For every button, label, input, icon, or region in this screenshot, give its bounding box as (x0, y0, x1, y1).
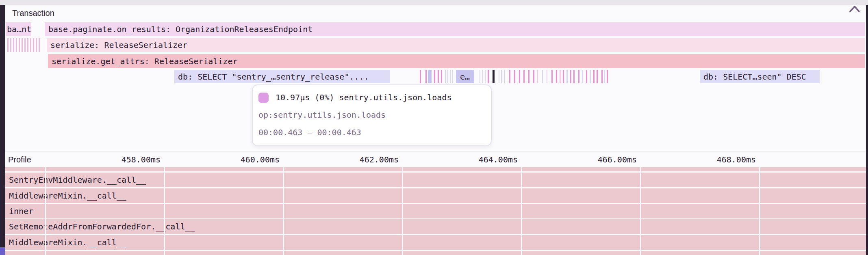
span-bar[interactable]: serialize.get_attrs: ReleaseSerializer (48, 54, 865, 68)
span-tick[interactable] (547, 70, 547, 83)
tooltip-span-op: op:sentry.utils.json.loads (258, 110, 386, 120)
span-tick[interactable] (566, 70, 568, 83)
axis-tick-label: 468.00ms (711, 155, 756, 164)
span-tick[interactable] (434, 70, 435, 83)
span-tick[interactable] (514, 70, 515, 83)
gridline (402, 167, 403, 255)
right-scroll-rail (866, 5, 868, 255)
span-tick[interactable] (519, 70, 520, 83)
axis-tick-label: 460.00ms (235, 155, 280, 164)
span-tick[interactable] (450, 70, 451, 83)
profile-frame-row[interactable]: SentryEnvMiddleware.__call__ (5, 173, 866, 187)
span-bar[interactable] (6, 38, 40, 52)
span-bar[interactable]: db: SELECT…seen" DESC (700, 70, 820, 83)
top-divider-strip (0, 0, 868, 5)
span-bar[interactable]: base.paginate.on_results: OrganizationRe… (45, 22, 865, 36)
axis-tick-label: 462.00ms (354, 155, 399, 164)
span-tick[interactable] (445, 70, 446, 83)
profile-frame-row[interactable]: MiddlewareMixin.__call__ (5, 235, 866, 250)
span-tick[interactable] (604, 70, 605, 83)
gridline (283, 167, 284, 255)
span-tick[interactable] (528, 70, 529, 83)
span-tick[interactable] (537, 70, 538, 83)
left-scroll-thumb[interactable] (0, 247, 5, 255)
span-tick[interactable] (523, 70, 525, 83)
span-tick[interactable] (499, 70, 499, 83)
span-tick[interactable] (556, 70, 557, 83)
span-tick[interactable] (601, 70, 603, 83)
span-bar[interactable]: ba…nt (6, 22, 31, 36)
profiling-flamechart-view: Transaction ba…ntbase.paginate.on_result… (0, 0, 868, 255)
span-tick[interactable] (586, 70, 587, 83)
axis-tick-label: 458.00ms (116, 155, 161, 164)
span-tick[interactable] (441, 70, 442, 83)
span-tick[interactable] (590, 70, 591, 83)
span-tick[interactable] (420, 70, 421, 83)
span-tick[interactable] (551, 70, 553, 83)
span-tick[interactable] (438, 70, 439, 83)
profile-frame-row[interactable]: inner (5, 204, 866, 218)
axis-tick-label: 466.00ms (592, 155, 637, 164)
chevron-up-icon[interactable] (848, 4, 861, 13)
span-tick[interactable] (480, 70, 480, 83)
axis-tick-label: 464.00ms (473, 155, 518, 164)
span-tick[interactable] (542, 70, 543, 83)
span-bar[interactable]: db: SELECT "sentry_…sentry_release".... (174, 70, 390, 83)
span-tick[interactable] (493, 70, 495, 83)
span-tick[interactable] (447, 70, 448, 83)
profile-frame-row[interactable]: SetRemoteAddrFromForwardedFor.__call__ (5, 219, 866, 234)
span-tick[interactable] (482, 70, 483, 83)
span-hover-tooltip: 10.97µs (0%) sentry.utils.json.loads op:… (252, 84, 492, 146)
span-tick[interactable] (533, 70, 534, 83)
transaction-section-title: Transaction (12, 9, 54, 18)
span-tick[interactable] (593, 70, 595, 83)
span-bar[interactable]: serialize: ReleaseSerializer (47, 38, 865, 52)
span-tick[interactable] (425, 70, 427, 83)
span-tick[interactable] (485, 70, 486, 83)
span-tick[interactable] (597, 70, 598, 83)
span-tick[interactable] (578, 70, 579, 83)
span-tick[interactable] (488, 70, 489, 83)
gridline (640, 167, 641, 255)
span-tick[interactable] (570, 70, 571, 83)
profile-frame-row[interactable] (5, 251, 866, 255)
profile-section-title: Profile (8, 155, 31, 164)
span-tick[interactable] (509, 70, 510, 83)
span-tick[interactable] (573, 70, 575, 83)
tooltip-color-swatch (258, 93, 269, 103)
gridline (759, 167, 760, 255)
left-scroll-rail (0, 5, 5, 255)
profile-frame-row[interactable] (5, 167, 866, 171)
tooltip-span-time-range: 00:00.463 — 00:00.463 (258, 128, 361, 137)
span-tick[interactable] (582, 70, 583, 83)
span-bar[interactable]: e… (456, 70, 474, 83)
span-tick[interactable] (428, 70, 432, 83)
gridline (521, 167, 522, 255)
span-tick[interactable] (504, 70, 505, 83)
span-tick[interactable] (560, 70, 561, 83)
gridline (164, 167, 165, 255)
span-tick[interactable] (607, 70, 608, 83)
profile-frame-row[interactable]: MiddlewareMixin.__call__ (5, 188, 866, 203)
tooltip-span-duration-title: 10.97µs (0%) sentry.utils.json.loads (276, 93, 451, 102)
span-tick[interactable] (452, 70, 453, 83)
span-tick[interactable] (563, 70, 564, 83)
transaction-section-header: Transaction (5, 5, 866, 22)
gridline (45, 167, 46, 255)
span-tick[interactable] (501, 70, 502, 83)
